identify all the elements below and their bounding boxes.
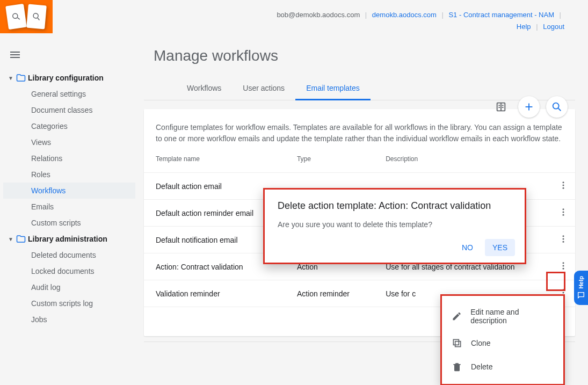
delete-confirm-dialog: Delete action template: Action: Contract… bbox=[263, 188, 526, 264]
svg-point-0 bbox=[12, 13, 18, 19]
menu-clone[interactable]: Clone bbox=[442, 331, 563, 355]
folder-icon bbox=[16, 234, 26, 244]
svg-rect-27 bbox=[455, 342, 461, 347]
library-link[interactable]: S1 - Contract management - NAM bbox=[448, 11, 554, 19]
sidebar-item-custom-scripts[interactable]: Custom scripts bbox=[3, 215, 135, 231]
svg-point-17 bbox=[563, 214, 564, 216]
row-kebab-icon[interactable] bbox=[558, 261, 568, 271]
menu-delete[interactable]: Delete bbox=[442, 355, 563, 379]
sidebar-group-library-admin[interactable]: ▼ Library administration bbox=[3, 231, 135, 247]
menu-clone-label: Clone bbox=[471, 339, 491, 347]
row-kebab-icon[interactable] bbox=[558, 234, 568, 244]
svg-point-15 bbox=[563, 208, 564, 210]
sidebar-item-emails[interactable]: Emails bbox=[3, 199, 135, 215]
row-kebab-icon[interactable] bbox=[558, 207, 568, 217]
menu-delete-label: Delete bbox=[471, 362, 492, 371]
sidebar-item-custom-scripts-log[interactable]: Custom scripts log bbox=[3, 295, 135, 311]
menu-edit[interactable]: Edit name and description bbox=[442, 301, 563, 331]
svg-line-11 bbox=[558, 108, 561, 111]
top-breadcrumb: bob@demokb.aodocs.com | demokb.aodocs.co… bbox=[277, 11, 564, 19]
svg-point-16 bbox=[563, 212, 564, 213]
help-link[interactable]: Help bbox=[517, 23, 531, 31]
svg-point-19 bbox=[563, 238, 564, 240]
svg-point-20 bbox=[563, 241, 564, 243]
sidebar-item-workflows[interactable]: Workflows bbox=[3, 183, 135, 199]
col-type: Type bbox=[285, 148, 374, 173]
svg-point-10 bbox=[553, 103, 559, 109]
folder-icon bbox=[16, 73, 26, 83]
app-logo bbox=[0, 0, 53, 33]
caret-down-icon: ▼ bbox=[8, 236, 14, 242]
sidebar-item-categories[interactable]: Categories bbox=[3, 118, 135, 134]
dialog-yes-button[interactable]: YES bbox=[485, 239, 515, 256]
chat-icon bbox=[577, 291, 585, 300]
col-description: Description bbox=[374, 148, 551, 173]
sidebar-item-jobs[interactable]: Jobs bbox=[3, 311, 135, 328]
reference-icon[interactable] bbox=[490, 96, 512, 118]
help-side-tab[interactable]: Help bbox=[574, 271, 588, 305]
sidebar-item-views[interactable]: Views bbox=[3, 134, 135, 150]
caret-down-icon: ▼ bbox=[8, 75, 14, 81]
row-context-menu: Edit name and description Clone Delete bbox=[440, 294, 565, 385]
group-title: Library configuration bbox=[28, 74, 104, 82]
svg-rect-28 bbox=[453, 339, 459, 345]
copy-icon bbox=[452, 338, 462, 348]
svg-point-12 bbox=[563, 181, 564, 183]
svg-point-2 bbox=[33, 13, 39, 18]
col-template-name: Template name bbox=[144, 148, 285, 173]
svg-point-18 bbox=[563, 235, 564, 237]
menu-edit-label: Edit name and description bbox=[470, 308, 554, 325]
svg-point-13 bbox=[563, 185, 564, 186]
sidebar-item-audit-log[interactable]: Audit log bbox=[3, 279, 135, 295]
search-button[interactable] bbox=[546, 96, 568, 118]
sidebar-group-library-config[interactable]: ▼ Library configuration bbox=[3, 70, 135, 86]
add-button[interactable] bbox=[518, 96, 540, 118]
svg-point-21 bbox=[563, 262, 564, 264]
svg-point-22 bbox=[563, 265, 564, 267]
dialog-title: Delete action template: Action: Contract… bbox=[278, 200, 512, 212]
sidebar-item-locked-documents[interactable]: Locked documents bbox=[3, 263, 135, 279]
dialog-no-button[interactable]: NO bbox=[454, 239, 481, 256]
trash-icon bbox=[452, 361, 462, 372]
logout-link[interactable]: Logout bbox=[543, 23, 564, 31]
sidebar-item-deleted-documents[interactable]: Deleted documents bbox=[3, 247, 135, 263]
domain-link[interactable]: demokb.aodocs.com bbox=[372, 11, 437, 19]
tab-user-actions[interactable]: User actions bbox=[232, 77, 295, 100]
dialog-body: Are you sure you want to delete this tem… bbox=[278, 220, 512, 229]
sidebar-item-document-classes[interactable]: Document classes bbox=[3, 102, 135, 118]
help-tab-label: Help bbox=[578, 276, 584, 289]
cell-type: Action reminder bbox=[285, 280, 374, 307]
svg-point-14 bbox=[563, 187, 564, 189]
svg-point-23 bbox=[563, 268, 564, 270]
svg-line-1 bbox=[18, 17, 20, 19]
tab-email-templates[interactable]: Email templates bbox=[295, 77, 371, 100]
group-title: Library administration bbox=[28, 235, 107, 243]
pencil-icon bbox=[452, 311, 462, 322]
svg-point-25 bbox=[563, 292, 564, 294]
user-email: bob@demokb.aodocs.com bbox=[277, 11, 360, 19]
sidebar-item-roles[interactable]: Roles bbox=[3, 166, 135, 183]
tab-workflows[interactable]: Workflows bbox=[176, 77, 232, 100]
hamburger-menu-icon[interactable] bbox=[9, 48, 21, 63]
svg-line-3 bbox=[38, 18, 40, 20]
page-title: Manage workflows bbox=[154, 47, 565, 64]
row-kebab-icon[interactable] bbox=[558, 180, 568, 190]
sidebar-item-general-settings[interactable]: General settings bbox=[3, 86, 135, 102]
sidebar: ▼ Library configuration General settings… bbox=[3, 70, 135, 328]
top-links: Help | Logout bbox=[517, 23, 564, 31]
kebab-highlight bbox=[546, 272, 565, 291]
cell-name: Validation reminder bbox=[144, 280, 285, 307]
sidebar-item-relations[interactable]: Relations bbox=[3, 150, 135, 166]
